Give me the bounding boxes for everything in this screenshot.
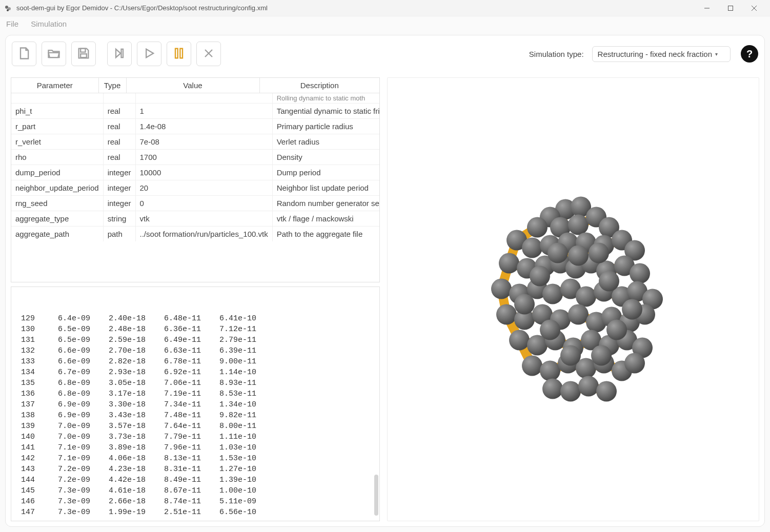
menu-file[interactable]: File — [6, 19, 18, 28]
cell-desc: Dump period — [272, 165, 379, 180]
menubar: File Simulation — [0, 16, 770, 31]
step-forward-button[interactable] — [107, 42, 132, 66]
svg-point-151 — [596, 381, 617, 402]
save-button[interactable] — [71, 42, 96, 66]
step-forward-icon — [112, 46, 127, 62]
sim-type-label: Simulation type: — [529, 50, 584, 58]
svg-point-105 — [499, 253, 519, 274]
svg-point-142 — [540, 361, 560, 381]
svg-point-0 — [5, 6, 8, 9]
svg-rect-7 — [80, 48, 85, 52]
svg-point-141 — [522, 356, 542, 376]
svg-point-113 — [630, 263, 650, 284]
col-parameter[interactable]: Parameter — [11, 78, 98, 93]
help-icon: ? — [746, 48, 753, 60]
svg-point-152 — [548, 243, 568, 263]
cell-type: integer — [103, 196, 135, 211]
table-row[interactable]: aggregate_pathpath../soot formation/run/… — [11, 227, 379, 242]
save-icon — [76, 46, 91, 62]
col-value[interactable]: Value — [126, 78, 259, 93]
table-row[interactable]: aggregate_typestringvtkvtk / flage / mac… — [11, 211, 379, 227]
svg-point-117 — [542, 284, 563, 304]
cell-param: r_verlet — [11, 134, 103, 150]
svg-point-153 — [568, 245, 589, 266]
console-line: 130 6.5e-09 2.48e-18 6.36e-11 7.12e-11 — [11, 324, 379, 335]
cell-value[interactable] — [135, 93, 272, 104]
open-button[interactable] — [42, 42, 66, 66]
cell-type — [103, 93, 135, 104]
table-row[interactable]: r_partreal1.4e-08Primary particle radius — [11, 119, 379, 134]
cell-desc: Primary particle radius — [272, 119, 379, 134]
close-button[interactable] — [742, 0, 766, 16]
cell-value[interactable]: 10000 — [135, 165, 272, 180]
cell-param: phi_t — [11, 104, 103, 119]
svg-marker-9 — [116, 49, 120, 57]
cell-value[interactable]: 1700 — [135, 150, 272, 165]
svg-point-162 — [591, 345, 612, 366]
svg-point-159 — [540, 320, 560, 340]
viewport-3d[interactable] — [387, 77, 759, 521]
console-output[interactable]: 129 6.4e-09 2.40e-18 6.48e-11 6.41e-10 1… — [11, 287, 380, 521]
folder-open-icon — [47, 46, 61, 62]
cell-type: real — [103, 150, 135, 165]
table-row[interactable]: neighbor_update_periodinteger20Neighbor … — [11, 180, 379, 196]
console-line: 144 7.2e-09 4.42e-18 8.49e-11 1.39e-10 — [11, 475, 379, 485]
stop-button[interactable] — [196, 42, 221, 66]
cell-desc: Density — [272, 150, 379, 165]
cell-value[interactable]: 7e-08 — [135, 134, 272, 150]
console-line: 143 7.2e-09 4.23e-18 8.31e-11 1.27e-10 — [11, 464, 379, 475]
document-icon — [17, 46, 31, 62]
svg-rect-8 — [80, 54, 87, 57]
pause-icon — [172, 46, 186, 62]
window-titlebar: soot-dem-gui by Egor Demidov - C:/Users/… — [0, 0, 770, 16]
new-button[interactable] — [12, 42, 36, 66]
window-controls — [695, 0, 766, 16]
table-row[interactable]: dump_periodinteger10000Dump period — [11, 165, 379, 180]
table-row[interactable]: rhoreal1700Density — [11, 150, 379, 165]
toolbar: Simulation type: Restructuring - fixed n… — [6, 35, 764, 72]
scrollbar-thumb[interactable] — [374, 475, 378, 516]
table-row[interactable]: r_verletreal7e-08Verlet radius — [11, 134, 379, 150]
cell-value[interactable]: 1.4e-08 — [135, 119, 272, 134]
cell-value[interactable]: 1 — [135, 104, 272, 119]
cell-desc: Random number generator se — [272, 196, 379, 211]
cell-param: aggregate_path — [11, 227, 103, 242]
menu-simulation[interactable]: Simulation — [31, 19, 67, 28]
col-type[interactable]: Type — [98, 78, 126, 93]
cell-value[interactable]: vtk — [135, 211, 272, 227]
console-line: 131 6.5e-09 2.59e-18 6.49e-11 2.79e-11 — [11, 335, 379, 345]
app-icon — [4, 4, 12, 12]
cell-value[interactable]: 20 — [135, 180, 272, 196]
svg-point-148 — [542, 379, 563, 399]
play-button[interactable] — [137, 42, 161, 66]
chevron-down-icon: ▾ — [715, 51, 718, 57]
svg-point-133 — [509, 330, 530, 351]
cell-value[interactable]: ../soot formation/run/particles_100.vtk — [135, 227, 272, 242]
minimize-button[interactable] — [695, 0, 719, 16]
maximize-button[interactable] — [719, 0, 742, 16]
console-line: 137 6.9e-09 3.30e-18 7.34e-11 1.34e-10 — [11, 399, 379, 410]
svg-point-94 — [568, 215, 589, 235]
console-line: 136 6.8e-09 3.17e-18 7.19e-11 8.53e-11 — [11, 388, 379, 399]
sim-type-select[interactable]: Restructuring - fixed neck fraction ▾ — [592, 46, 731, 62]
col-description[interactable]: Description — [259, 78, 379, 93]
console-line: 146 7.3e-09 2.66e-18 8.74e-11 5.11e-09 — [11, 496, 379, 507]
svg-point-128 — [568, 304, 589, 325]
cell-type: integer — [103, 165, 135, 180]
svg-point-147 — [624, 353, 645, 374]
cell-type: real — [103, 104, 135, 119]
svg-point-92 — [527, 217, 548, 238]
table-row[interactable]: Rolling dynamic to static moth — [11, 93, 379, 104]
pause-button[interactable] — [167, 42, 191, 66]
cell-desc: Verlet radius — [272, 134, 379, 150]
svg-point-124 — [496, 304, 517, 325]
console-line: 134 6.7e-09 2.93e-18 6.92e-11 1.14e-10 — [11, 367, 379, 378]
cell-type: real — [103, 134, 135, 150]
console-line: 133 6.6e-09 2.82e-18 6.78e-11 9.00e-11 — [11, 356, 379, 367]
cell-param: rng_seed — [11, 196, 103, 211]
cell-value[interactable]: 0 — [135, 196, 272, 211]
help-button[interactable]: ? — [741, 45, 758, 63]
svg-point-119 — [576, 287, 596, 307]
table-row[interactable]: phi_treal1Tangential dynamic to static f… — [11, 104, 379, 119]
table-row[interactable]: rng_seedinteger0Random number generator … — [11, 196, 379, 211]
